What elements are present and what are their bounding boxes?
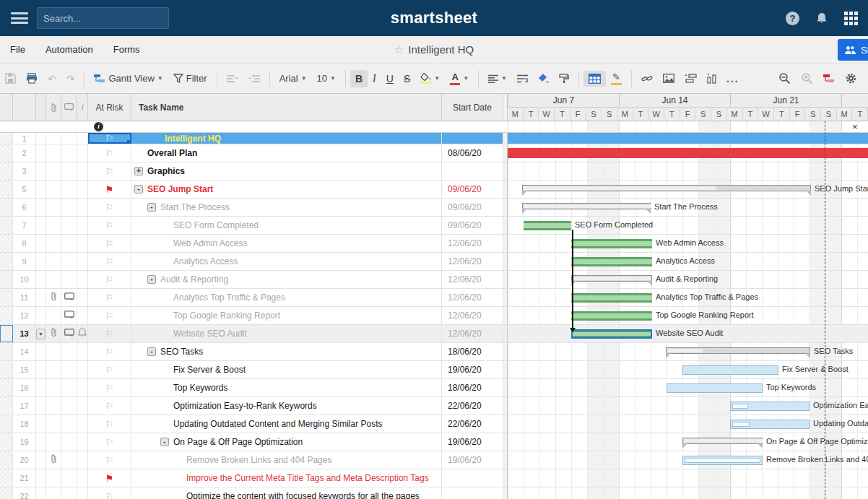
flag-icon[interactable]: ⚐ [105, 383, 114, 394]
info-cell[interactable] [77, 325, 88, 342]
at-risk-cell[interactable]: ⚐ [88, 217, 131, 234]
header-info-column[interactable]: i [77, 94, 88, 121]
row-gutter[interactable] [0, 451, 13, 469]
gantt-row-cell[interactable]: Top Google Ranking Report [508, 307, 868, 324]
flag-icon[interactable]: ⚐ [105, 220, 114, 231]
gantt-bar-summary[interactable] [682, 438, 763, 444]
start-date-cell[interactable]: 09/06/20 [442, 199, 503, 216]
menu-file[interactable]: File [10, 44, 25, 55]
comment-cell[interactable] [61, 361, 77, 378]
attachment-cell[interactable] [46, 379, 61, 396]
gantt-row-cell[interactable] [508, 469, 868, 487]
flag-icon[interactable]: ⚐ [105, 401, 114, 412]
start-date-cell[interactable]: 12/06/20 [442, 325, 503, 342]
start-date-cell[interactable]: 12/06/20 [442, 235, 503, 252]
search-box[interactable] [37, 7, 169, 29]
flag-icon[interactable]: ⚐ [105, 256, 114, 267]
row-actions-cell[interactable] [36, 451, 46, 469]
row-number[interactable]: 9 [13, 253, 36, 270]
at-risk-cell[interactable]: ⚐ [88, 162, 131, 180]
row-actions-cell[interactable] [36, 361, 46, 378]
row-number[interactable]: 14 [13, 343, 36, 360]
at-risk-cell[interactable]: ⚐ [88, 307, 131, 324]
start-date-cell[interactable]: 18/06/20 [442, 343, 503, 360]
gantt-bar-green[interactable] [524, 221, 571, 230]
flag-icon[interactable]: ⚐ [105, 311, 114, 321]
gantt-row-cell[interactable]: Updating Outdated Content and Merging Si… [508, 415, 868, 433]
start-date-cell[interactable] [442, 487, 503, 499]
flag-icon[interactable]: ⚐ [105, 437, 114, 448]
start-date-cell[interactable]: 12/06/20 [442, 271, 503, 288]
row-actions-cell[interactable] [36, 433, 46, 451]
row-actions-cell[interactable] [36, 289, 46, 306]
at-risk-cell[interactable]: ⚐ [88, 133, 131, 144]
attachment-cell[interactable] [46, 343, 61, 360]
attachment-icon[interactable] [51, 291, 57, 304]
start-date-cell[interactable]: 12/06/20 [442, 289, 503, 306]
row-actions-cell[interactable] [36, 133, 46, 144]
comment-cell[interactable] [61, 397, 77, 415]
reminder-bell-icon[interactable] [78, 327, 87, 340]
comment-cell[interactable] [61, 235, 77, 252]
critical-path-button[interactable] [818, 71, 840, 86]
undo-button[interactable]: ↶ [43, 70, 61, 87]
attachment-cell[interactable] [46, 162, 61, 180]
at-risk-cell[interactable]: ⚑ [88, 469, 131, 487]
row-number[interactable]: 15 [13, 361, 36, 378]
info-cell[interactable] [77, 361, 88, 378]
row-gutter[interactable] [0, 199, 13, 216]
at-risk-cell[interactable]: ⚐ [88, 271, 131, 288]
row-gutter[interactable] [0, 307, 13, 324]
row-actions-cell[interactable] [36, 415, 46, 433]
flag-icon[interactable]: ⚐ [105, 419, 114, 430]
row-gutter[interactable] [0, 415, 13, 433]
comment-icon[interactable] [64, 327, 74, 340]
row-actions-cell[interactable] [36, 271, 46, 288]
flag-icon[interactable]: ⚐ [105, 491, 114, 499]
close-icon[interactable]: × [852, 121, 858, 132]
format-painter-button[interactable] [554, 71, 574, 86]
row-gutter[interactable] [0, 397, 13, 415]
at-risk-cell[interactable]: ⚐ [88, 325, 131, 342]
font-family-select[interactable]: Arial▼ [274, 70, 312, 87]
start-date-cell[interactable]: 19/06/20 [442, 361, 503, 378]
outdent-button[interactable] [222, 71, 243, 86]
collapse-button[interactable]: - [147, 347, 156, 356]
task-name-cell[interactable]: SEO Form Completed [131, 217, 442, 234]
info-cell[interactable] [77, 415, 88, 433]
start-date-cell[interactable]: 08/06/20 [442, 144, 503, 162]
row-actions-cell[interactable] [36, 235, 46, 252]
hyperlink-button[interactable] [636, 71, 658, 87]
row-number[interactable]: 11 [13, 289, 36, 306]
at-risk-cell[interactable]: ⚐ [88, 379, 131, 396]
redo-button[interactable]: ↷ [61, 70, 80, 87]
gantt-row-cell[interactable]: Website SEO Audit [508, 325, 868, 342]
row-number[interactable]: 19 [13, 433, 36, 451]
collapse-button[interactable]: - [147, 275, 156, 284]
task-name-cell[interactable]: Improve the Current Meta Title Tags and … [131, 469, 442, 487]
comment-cell[interactable] [61, 289, 77, 306]
attachment-cell[interactable] [46, 361, 61, 378]
collapse-button[interactable]: - [160, 438, 169, 446]
gantt-bar-summary[interactable] [522, 185, 811, 191]
info-cell[interactable] [77, 271, 88, 288]
header-comment-column[interactable] [61, 94, 77, 121]
info-cell[interactable] [77, 133, 88, 144]
row-gutter[interactable] [0, 487, 13, 499]
flag-icon[interactable]: ⚐ [105, 148, 114, 159]
insert-column-button[interactable] [702, 70, 721, 87]
header-at-risk[interactable]: At Risk [88, 94, 131, 121]
flag-icon[interactable]: ⚐ [105, 347, 114, 357]
gantt-row-cell[interactable]: Start The Process [508, 199, 868, 216]
row-actions-cell[interactable] [36, 253, 46, 270]
row-number[interactable]: 10 [13, 271, 36, 288]
task-name-cell[interactable]: Analytics Top Traffic & Pages [131, 289, 442, 306]
collapse-button[interactable]: - [147, 203, 156, 212]
task-name-cell[interactable]: Intelligent HQ [131, 133, 442, 144]
row-number[interactable]: 12 [13, 307, 36, 324]
task-name-cell[interactable]: Top Keywords [131, 379, 442, 396]
row-gutter[interactable] [0, 343, 13, 360]
gantt-bar-green[interactable] [571, 311, 652, 321]
gantt-bar-green[interactable] [571, 257, 652, 266]
attachment-cell[interactable] [46, 307, 61, 324]
